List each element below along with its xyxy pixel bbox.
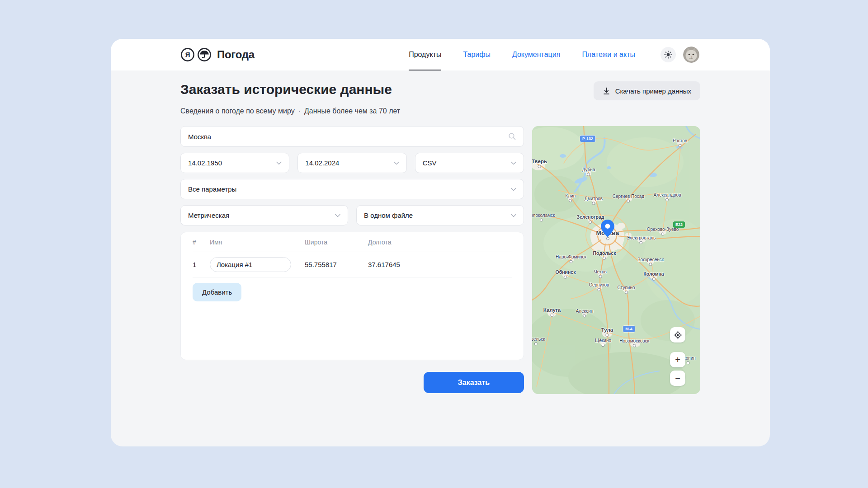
city-search-input[interactable] <box>188 133 504 141</box>
table-row: 1 55.755817 37.617645 <box>193 252 512 277</box>
road-badge: Р-132 <box>580 136 595 142</box>
units-select[interactable]: Метрическая <box>180 205 348 225</box>
map-city-label: Александров <box>654 192 681 197</box>
map-city-label: Сергиев Посад <box>613 194 644 199</box>
nav-item-tariffs[interactable]: Тарифы <box>463 39 490 70</box>
map-city-label: Чехов <box>594 269 607 274</box>
map-city-label: Зеленоград <box>577 214 604 220</box>
location-name-input[interactable] <box>210 257 291 272</box>
road-badge: М-4 <box>623 326 635 332</box>
cat-avatar-image <box>683 47 699 63</box>
city-search-field <box>180 126 524 147</box>
brand-product-name: Погода <box>217 48 255 61</box>
chevron-down-icon <box>511 161 516 165</box>
zoom-out-button[interactable]: − <box>670 371 685 386</box>
map-city-label: Новомосковск <box>619 338 649 343</box>
zoom-in-button[interactable]: + <box>670 352 685 367</box>
map-city-label: Воскресенск <box>637 257 664 262</box>
download-sample-button[interactable]: Скачать пример данных <box>594 81 700 100</box>
map-city-label: Орехово-Зуево <box>647 227 679 232</box>
map-city-label: Ростов <box>673 138 687 143</box>
map-city-label: Калуга <box>543 307 561 313</box>
page-content: Заказать исторические данные Скачать при… <box>111 70 770 394</box>
map-city-label: Обнинск <box>556 269 576 275</box>
nav-item-docs[interactable]: Документация <box>512 39 560 70</box>
chevron-down-icon <box>394 161 399 165</box>
map[interactable]: ТверьРостовДубнаКлинДмитровСергиев Посад… <box>532 126 700 394</box>
map-city-label: Щёкино <box>595 338 611 343</box>
geolocate-button[interactable] <box>670 327 685 343</box>
map-city-label: Москва <box>596 230 619 236</box>
date-to-select[interactable]: 14.02.2024 <box>297 153 406 173</box>
yandex-letter-icon: Я <box>180 47 195 62</box>
map-city-label: Дубна <box>582 167 595 172</box>
chevron-down-icon <box>511 214 516 217</box>
download-icon <box>603 87 610 95</box>
add-location-button[interactable]: Добавить <box>193 283 241 301</box>
page-title: Заказать исторические данные <box>180 81 392 98</box>
chevron-down-icon <box>511 188 516 191</box>
map-city-label: Козельск <box>532 337 545 342</box>
map-city-label: Тула <box>601 327 613 333</box>
map-city-label: Волоколамск <box>532 213 555 218</box>
theme-toggle-button[interactable] <box>660 47 676 62</box>
umbrella-icon <box>197 47 212 62</box>
file-format-select[interactable]: CSV <box>415 153 524 173</box>
map-city-label: Коломна <box>643 271 664 277</box>
road-badge: Е22 <box>673 221 685 228</box>
brand-logo[interactable]: Я Погода <box>180 47 255 62</box>
nav-item-products[interactable]: Продукты <box>409 39 441 70</box>
order-submit-button[interactable]: Заказать <box>424 372 524 393</box>
search-icon <box>508 132 516 141</box>
map-city-label: Тверь <box>532 159 547 164</box>
file-layout-select[interactable]: В одном файле <box>356 205 524 225</box>
map-city-label: Алексин <box>576 309 594 314</box>
map-city-label: Серпухов <box>589 282 609 287</box>
sun-icon <box>664 51 672 59</box>
nav-item-payments[interactable]: Платежи и акты <box>582 39 635 70</box>
parameters-select[interactable]: Все параметры <box>180 179 524 199</box>
user-avatar[interactable] <box>683 47 699 63</box>
order-form: 14.02.1950 14.02.2024 CSV <box>180 126 524 394</box>
main-nav: Продукты Тарифы Документация Платежи и а… <box>409 39 635 70</box>
locations-table-header: # Имя Широта Долгота <box>193 232 512 252</box>
location-longitude: 37.617645 <box>368 261 512 268</box>
geolocate-icon <box>674 331 682 339</box>
map-city-label: Электросталь <box>627 235 656 240</box>
date-from-select[interactable]: 14.02.1950 <box>180 153 289 173</box>
map-city-label: Клин <box>566 193 576 198</box>
location-index: 1 <box>193 261 210 268</box>
location-latitude: 55.755817 <box>305 261 368 268</box>
chevron-down-icon <box>276 161 282 165</box>
subtitle-dot-separator: · <box>298 107 301 115</box>
page-subtitle: Сведения о погоде по всему миру·Данные б… <box>180 107 700 115</box>
map-city-label: Подольск <box>593 250 616 256</box>
locations-table: # Имя Широта Долгота 1 55.755817 37.6176… <box>180 232 524 360</box>
svg-text:Я: Я <box>185 51 190 58</box>
header: Я Погода Продукты Тарифы Документация Пл… <box>111 39 770 70</box>
app-card: Я Погода Продукты Тарифы Документация Пл… <box>111 39 770 446</box>
chevron-down-icon <box>335 214 340 217</box>
map-city-label: Наро-Фоминск <box>556 254 586 259</box>
map-city-label: Дмитров <box>585 196 603 201</box>
map-city-label: Ступино <box>618 285 635 290</box>
